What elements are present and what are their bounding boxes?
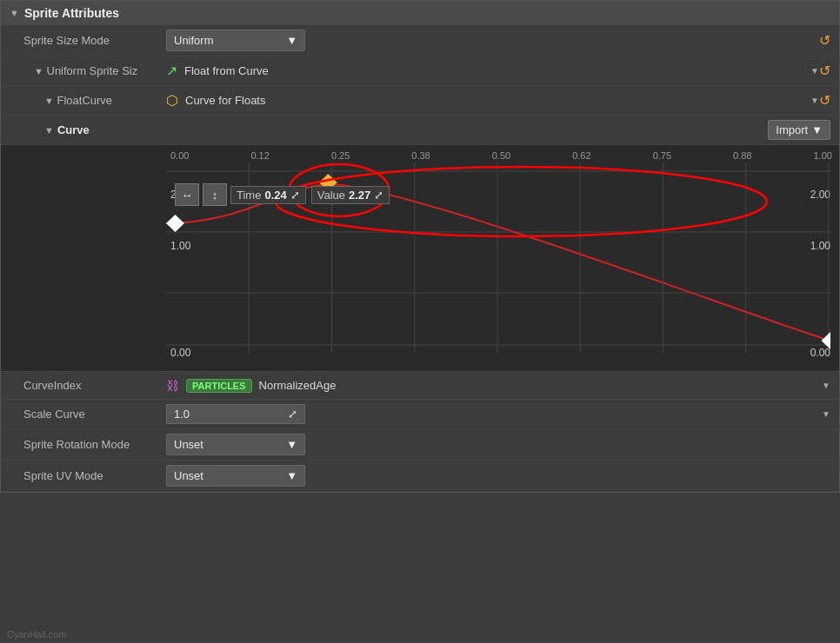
y-label-mid-right: 1.00 [810,240,830,252]
sprite-uv-mode-value: Unset ▼ [166,465,830,487]
sprite-uv-dropdown[interactable]: Unset ▼ [166,465,305,487]
curve-index-row: CurveIndex ⛓ PARTICLES NormalizedAge ▼ [1,372,839,400]
collapse-triangle[interactable]: ▼ [10,8,19,18]
float-curve-dropdown-arrow[interactable]: ▼ [810,96,819,105]
sprite-attributes-panel: ▼ Sprite Attributes Sprite Size Mode Uni… [0,0,840,493]
curve-header-label: ▼ Curve [10,123,166,136]
value-label: Value [317,189,345,202]
float-from-curve-label: Float from Curve [184,64,269,77]
y-label-mid-left: 1.00 [170,240,190,252]
scale-curve-row: Scale Curve 1.0 ⤢ ▼ [1,400,839,429]
link-icon: ⛓ [166,378,179,393]
value-display: 2.27 [349,189,370,202]
section-header: ▼ Sprite Attributes [1,1,839,25]
graph-toolbar: ↔ ↕ Time 0.24 ⤢ Value 2.27 ⤢ [175,183,390,206]
scale-curve-label: Scale Curve [10,408,166,421]
curve-collapse-icon[interactable]: ▼ [44,125,54,136]
uniform-sprite-size-label: ▼ Uniform Sprite Siz [10,64,166,77]
sprite-uv-arrow-icon: ▼ [286,469,297,482]
watermark: CyanHall.com [7,629,66,640]
float-curve-reset-icon[interactable]: ↺ [819,92,830,109]
import-dropdown-arrow: ▼ [811,123,823,136]
float-curve-label: ▼ FloatCurve [10,94,166,107]
fit-horizontal-button[interactable]: ↔ [175,183,199,206]
sprite-uv-mode-label: Sprite UV Mode [10,469,166,482]
curve-point-left[interactable] [166,215,184,232]
normalized-age-label: NormalizedAge [259,379,337,392]
curve-label-text: Curve [57,123,90,136]
uniform-collapse-icon[interactable]: ▼ [34,66,43,76]
scale-curve-value-text: 1.0 [174,408,190,421]
sprite-rotation-mode-label: Sprite Rotation Mode [10,438,166,451]
curve-index-label: CurveIndex [10,379,166,392]
curve-for-floats-label: Curve for Floats [185,94,265,107]
value-expand-icon: ⤢ [374,189,383,202]
uniform-dropdown-small-arrow[interactable]: ▼ [810,66,819,76]
scale-curve-dropdown-arrow[interactable]: ▼ [822,409,830,419]
time-value: 0.24 [264,189,286,202]
time-field[interactable]: Time 0.24 ⤢ [230,186,306,204]
sprite-rotation-arrow-icon: ▼ [286,438,297,451]
particles-badge[interactable]: PARTICLES [186,379,252,393]
sprite-rotation-mode-value: Unset ▼ [166,434,830,455]
uniform-sprite-size-row: ▼ Uniform Sprite Siz ↗ Float from Curve … [1,56,839,86]
curve-graph-container: 0.00 0.12 0.25 0.38 0.50 0.62 0.75 0.88 … [1,145,839,372]
fit-v-icon: ↕ [212,189,218,202]
time-label: Time [237,189,261,202]
uniform-sprite-size-value: ↗ Float from Curve [166,63,810,79]
sprite-size-mode-row: Sprite Size Mode Uniform ▼ ↺ [1,25,839,56]
sprite-rotation-mode-row: Sprite Rotation Mode Unset ▼ [1,429,839,461]
fit-vertical-button[interactable]: ↕ [203,183,227,206]
sprite-size-mode-value: Uniform ▼ [166,30,819,51]
time-expand-icon: ⤢ [290,189,300,202]
cylinder-icon: ⬡ [166,92,178,109]
curve-header-row: ▼ Curve Import ▼ [1,116,839,145]
import-label: Import [776,123,808,136]
curve-index-value: ⛓ PARTICLES NormalizedAge [166,378,822,393]
sprite-uv-mode-row: Sprite UV Mode Unset ▼ [1,461,839,492]
curve-index-dropdown-arrow[interactable]: ▼ [822,381,830,390]
sprite-size-mode-label: Sprite Size Mode [10,34,166,47]
value-field[interactable]: Value 2.27 ⤢ [311,186,390,204]
y-label-bottom-left: 0.00 [170,347,190,359]
scale-curve-expand-icon: ⤢ [288,408,297,421]
sprite-uv-value: Unset [174,469,203,482]
float-curve-value: ⬡ Curve for Floats [166,92,810,109]
y-label-bottom-right: 0.00 [810,347,830,359]
scale-curve-input[interactable]: 1.0 ⤢ [166,404,305,424]
import-button[interactable]: Import ▼ [768,120,830,140]
fit-h-icon: ↔ [182,189,193,202]
sprite-size-mode-dropdown-value: Uniform [174,34,214,47]
import-button-wrapper: Import ▼ [768,120,830,140]
sprite-size-mode-dropdown[interactable]: Uniform ▼ [166,30,305,51]
float-from-curve-icon: ↗ [166,63,177,79]
uniform-reset-icon[interactable]: ↺ [819,63,830,79]
sprite-rotation-dropdown[interactable]: Unset ▼ [166,434,305,455]
sprite-rotation-value: Unset [174,438,203,451]
scale-curve-value: 1.0 ⤢ [166,404,822,424]
dropdown-arrow-icon: ▼ [286,34,297,47]
time-value-bar: Time 0.24 ⤢ Value 2.27 ⤢ [230,186,390,204]
float-curve-collapse-icon[interactable]: ▼ [44,96,54,106]
curve-svg [166,145,830,371]
panel-title: Sprite Attributes [24,6,119,20]
sprite-size-mode-reset-icon[interactable]: ↺ [819,32,830,49]
float-curve-row: ▼ FloatCurve ⬡ Curve for Floats ▼ ↺ [1,86,839,116]
curve-graph[interactable]: 0.00 0.12 0.25 0.38 0.50 0.62 0.75 0.88 … [1,145,839,371]
